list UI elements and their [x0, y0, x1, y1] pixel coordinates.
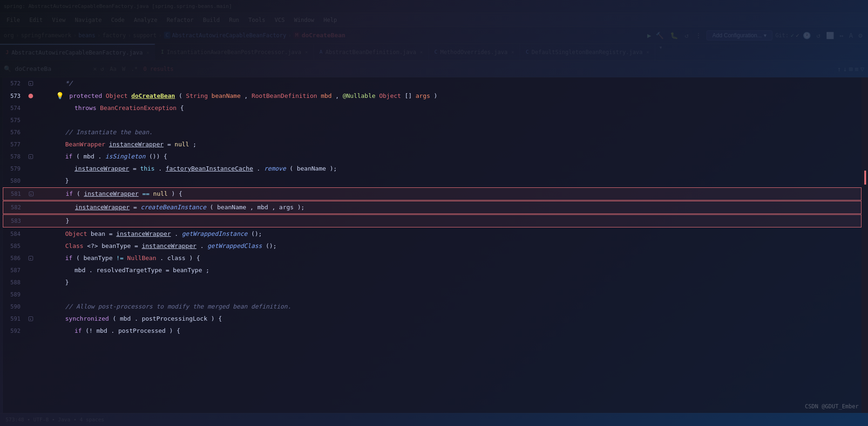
line-num-572: 572 — [3, 77, 26, 89]
line-content-574: throws BeanCreationException { — [35, 102, 861, 114]
line-num-584: 584 — [3, 228, 26, 240]
code-line-579: 579 instanceWrapper = this . factoryBean… — [3, 163, 861, 175]
line-content-591: synchronized ( mbd . postProcessingLock … — [35, 313, 861, 325]
type-object: Object — [106, 92, 131, 99]
line-content-584: Object bean = instanceWrapper . getWrapp… — [35, 228, 861, 240]
scroll-marker — [864, 171, 866, 185]
line-content-587: mbd . resolvedTargetType = beanType ; — [35, 264, 861, 276]
gutter-590 — [26, 301, 35, 313]
watermark: CSDN @GDUT_Ember — [805, 403, 859, 410]
breakpoint-573[interactable] — [28, 94, 33, 98]
code-line-589: 589 — [3, 289, 861, 301]
code-line-591: 591 ▸ synchronized ( mbd . postProcessin… — [3, 313, 861, 325]
line-num-574: 574 — [3, 102, 26, 114]
method-doCreateBean: doCreateBean — [131, 92, 175, 99]
code-line-583: 583 } — [3, 214, 861, 227]
line-content-577: BeanWrapper instanceWrapper = null ; — [35, 138, 861, 151]
gutter-584 — [26, 228, 35, 240]
gutter-591: ▸ — [26, 313, 35, 325]
line-content-572: */ — [35, 77, 861, 89]
hint-icon-573: 💡 — [56, 92, 64, 99]
line-num-577: 577 — [3, 138, 26, 151]
code-line-574: 574 throws BeanCreationException { — [3, 102, 861, 114]
gutter-585 — [26, 240, 35, 252]
line-content-583: } — [36, 215, 861, 227]
code-line-590: 590 // Allow post-processors to modify t… — [3, 301, 861, 313]
line-num-580: 580 — [3, 175, 26, 187]
kw-protected: protected — [69, 92, 106, 99]
fold-591[interactable]: ▸ — [28, 316, 33, 321]
code-line-582: 582 instanceWrapper = createBeanInstance… — [3, 201, 861, 214]
gutter-586: ▸ — [26, 252, 35, 264]
line-num-586: 586 — [3, 252, 26, 264]
gutter-579 — [26, 163, 35, 175]
line-content-586: if ( beanType != NullBean . class ) { — [35, 252, 861, 264]
code-line-581: 581 ▸ if ( instanceWrapper == null — [3, 187, 861, 200]
gutter-578: ▸ — [26, 151, 35, 163]
right-scrollbar[interactable] — [861, 77, 868, 413]
code-line-592: 592 if (! mbd . postProcessed ) { — [3, 325, 861, 337]
comment-572: */ — [65, 78, 73, 89]
line-num-590: 590 — [3, 301, 26, 313]
gutter-573 — [26, 89, 35, 102]
line-content-578: if ( mbd . isSingleton ()) { — [35, 151, 861, 163]
fold-572[interactable]: ▸ — [28, 81, 33, 86]
gutter-589 — [26, 289, 35, 301]
line-num-575: 575 — [3, 114, 26, 126]
gutter-576 — [26, 126, 35, 138]
code-line-588: 588 } — [3, 276, 861, 289]
line-num-581: 581 — [3, 188, 27, 200]
line-content-592: if (! mbd . postProcessed ) { — [35, 325, 861, 337]
code-line-586: 586 ▸ if ( beanType != NullBean — [3, 252, 861, 264]
gutter-592 — [26, 325, 35, 337]
gutter-588 — [26, 276, 35, 289]
line-content-582: instanceWrapper = createBeanInstance ( b… — [36, 201, 861, 213]
line-num-583: 583 — [3, 215, 27, 227]
line-content-579: instanceWrapper = this . factoryBeanInst… — [35, 163, 861, 175]
line-num-582: 582 — [3, 201, 27, 213]
main-content: 572 ▸ */ 573 💡 — [0, 77, 868, 413]
line-num-573: 573 — [3, 89, 26, 102]
code-lines: 572 ▸ */ 573 💡 — [3, 77, 861, 413]
gutter-587 — [26, 264, 35, 276]
code-line-576: 576 // Instantiate the bean. — [3, 126, 861, 138]
gutter-574 — [26, 102, 35, 114]
line-num-591: 591 — [3, 313, 26, 325]
line-content-573: 💡 protected Object doCreateBean ( String… — [35, 89, 861, 102]
line-content-576: // Instantiate the bean. — [35, 126, 861, 138]
line-content-581: if ( instanceWrapper == null ) { — [36, 188, 861, 200]
fold-586[interactable]: ▸ — [28, 256, 33, 261]
code-line-587: 587 mbd . resolvedTargetType = beanType … — [3, 264, 861, 276]
gutter-581: ▸ — [27, 188, 36, 200]
code-line-573: 573 💡 protected Object doCreateBean ( St… — [3, 89, 861, 102]
line-num-589: 589 — [3, 289, 26, 301]
code-line-578: 578 ▸ if ( mbd . isSingleton ()) { — [3, 151, 861, 163]
line-num-585: 585 — [3, 240, 26, 252]
code-line-584: 584 Object bean = instanceWrapper . getW… — [3, 228, 861, 240]
code-line-585: 585 Class <?> beanType = instanceWrapper… — [3, 240, 861, 252]
fold-578[interactable]: ▸ — [28, 154, 33, 159]
fold-581[interactable]: ▸ — [29, 192, 34, 196]
code-line-575: 575 — [3, 114, 861, 126]
line-num-592: 592 — [3, 325, 26, 337]
line-content-590: // Allow post-processors to modify the m… — [35, 301, 861, 313]
line-content-589 — [35, 289, 861, 301]
line-num-579: 579 — [3, 163, 26, 175]
code-line-572: 572 ▸ */ — [3, 77, 861, 89]
line-content-580: } — [35, 175, 861, 187]
line-content-575 — [35, 114, 861, 126]
code-area[interactable]: 572 ▸ */ 573 💡 — [3, 77, 861, 413]
line-num-588: 588 — [3, 276, 26, 289]
line-content-585: Class <?> beanType = instanceWrapper . g… — [35, 240, 861, 252]
gutter-580 — [26, 175, 35, 187]
code-line-580: 580 } — [3, 175, 861, 187]
line-num-587: 587 — [3, 264, 26, 276]
gutter-582 — [27, 201, 36, 213]
line-num-578: 578 — [3, 151, 26, 163]
line-num-576: 576 — [3, 126, 26, 138]
gutter-577 — [26, 138, 35, 151]
gutter-583 — [27, 215, 36, 227]
line-content-588: } — [35, 276, 861, 289]
gutter-572: ▸ — [26, 77, 35, 89]
code-line-577: 577 BeanWrapper instanceWrapper = null ; — [3, 138, 861, 151]
